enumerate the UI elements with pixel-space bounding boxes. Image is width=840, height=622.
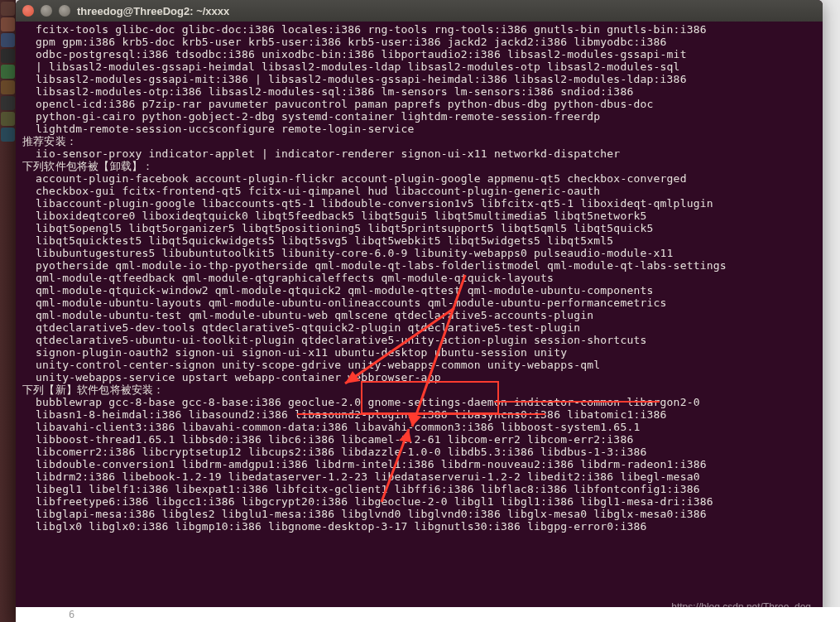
editor-gutter: 6 (16, 607, 840, 622)
line-number: 6 (69, 609, 74, 620)
titlebar[interactable]: threedog@ThreeDog2: ~/xxxx (16, 0, 823, 22)
launcher-item[interactable] (1, 96, 15, 110)
launcher-item[interactable] (1, 128, 15, 142)
window-title: threedog@ThreeDog2: ~/xxxx (77, 5, 229, 17)
launcher-item[interactable] (1, 49, 15, 63)
launcher-item[interactable] (1, 33, 15, 47)
desktop: threedog@ThreeDog2: ~/xxxx fcitx-tools g… (0, 0, 840, 622)
unity-launcher[interactable] (0, 0, 16, 622)
launcher-item[interactable] (1, 65, 15, 79)
launcher-item[interactable] (1, 17, 15, 31)
minimize-icon[interactable] (41, 5, 52, 17)
maximize-icon[interactable] (59, 5, 70, 17)
terminal-window: threedog@ThreeDog2: ~/xxxx fcitx-tools g… (16, 0, 823, 618)
close-icon[interactable] (22, 5, 34, 17)
launcher-item[interactable] (1, 112, 15, 126)
terminal-output[interactable]: fcitx-tools glibc-doc glibc-doc:i386 loc… (16, 22, 823, 618)
launcher-item[interactable] (1, 2, 15, 16)
launcher-item[interactable] (1, 80, 15, 94)
